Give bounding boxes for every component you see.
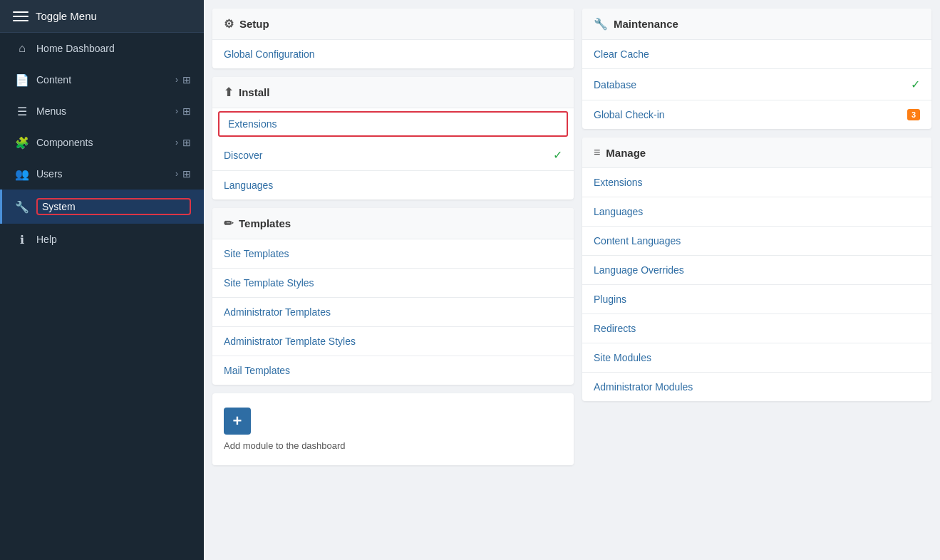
- extensions-manage-label: Extensions: [594, 177, 642, 188]
- templates-title: Templates: [239, 217, 291, 229]
- menus-arrow-icon: ›: [175, 106, 178, 116]
- languages-manage-link[interactable]: Languages: [582, 197, 931, 227]
- site-modules-link[interactable]: Site Modules: [582, 343, 931, 373]
- toggle-menu-button[interactable]: Toggle Menu: [0, 0, 204, 33]
- users-arrow-icon: ›: [175, 169, 178, 179]
- sidebar-item-content[interactable]: 📄 Content › ⊞: [0, 64, 204, 95]
- templates-section: ✏ Templates Site Templates Site Template…: [212, 208, 574, 385]
- site-modules-label: Site Modules: [594, 352, 651, 363]
- extensions-install-link[interactable]: Extensions: [218, 111, 568, 137]
- languages-install-link[interactable]: Languages: [212, 171, 574, 199]
- database-check-icon: ✓: [911, 78, 920, 91]
- languages-install-label: Languages: [224, 180, 273, 191]
- menus-icon: ☰: [15, 104, 29, 118]
- sidebar-item-components-label: Components: [36, 137, 175, 148]
- maintenance-icon: 🔧: [594, 17, 608, 31]
- sidebar-item-help[interactable]: ℹ Help: [0, 224, 204, 255]
- language-overrides-link[interactable]: Language Overrides: [582, 256, 931, 285]
- site-template-styles-link[interactable]: Site Template Styles: [212, 269, 574, 298]
- discover-link[interactable]: Discover ✓: [212, 140, 574, 171]
- administrator-template-styles-link[interactable]: Administrator Template Styles: [212, 327, 574, 356]
- administrator-modules-link[interactable]: Administrator Modules: [582, 373, 931, 401]
- add-module-card: + Add module to the dashboard: [212, 393, 574, 465]
- administrator-templates-label: Administrator Templates: [224, 306, 331, 318]
- site-templates-link[interactable]: Site Templates: [212, 239, 574, 269]
- clear-cache-label: Clear Cache: [594, 48, 649, 60]
- help-icon: ℹ: [15, 232, 29, 247]
- global-checkin-badge: 3: [907, 109, 920, 120]
- setup-header: ⚙ Setup: [212, 9, 574, 40]
- extensions-manage-link[interactable]: Extensions: [582, 168, 931, 197]
- sidebar-item-users-label: Users: [36, 168, 175, 180]
- templates-icon: ✏: [224, 217, 233, 230]
- plugins-label: Plugins: [594, 294, 626, 305]
- administrator-modules-label: Administrator Modules: [594, 381, 693, 393]
- manage-icon: ≡: [594, 146, 600, 159]
- manage-section: ≡ Manage Extensions Languages Content La…: [582, 138, 931, 401]
- templates-header: ✏ Templates: [212, 208, 574, 239]
- setup-title: Setup: [239, 18, 269, 30]
- sidebar-item-system-label: System: [36, 198, 191, 215]
- install-title: Install: [239, 86, 269, 98]
- global-configuration-link[interactable]: Global Configuration: [212, 40, 574, 68]
- sidebar-item-content-label: Content: [36, 74, 175, 85]
- content-grid-icon: ⊞: [182, 74, 191, 85]
- users-grid-icon: ⊞: [182, 168, 191, 180]
- sidebar-item-help-label: Help: [36, 234, 191, 245]
- install-section: ⬆ Install Extensions Discover ✓ Language…: [212, 77, 574, 199]
- global-checkin-label: Global Check-in: [594, 109, 665, 120]
- sidebar-item-components[interactable]: 🧩 Components › ⊞: [0, 127, 204, 158]
- language-overrides-label: Language Overrides: [594, 264, 684, 276]
- system-icon: 🔧: [15, 199, 29, 214]
- clear-cache-link[interactable]: Clear Cache: [582, 40, 931, 69]
- database-label: Database: [594, 79, 636, 90]
- administrator-template-styles-label: Administrator Template Styles: [224, 336, 356, 347]
- content-languages-link[interactable]: Content Languages: [582, 227, 931, 256]
- add-module-label: Add module to the dashboard: [224, 440, 346, 451]
- sidebar-item-users[interactable]: 👥 Users › ⊞: [0, 158, 204, 190]
- content-icon: 📄: [15, 73, 29, 87]
- manage-title: Manage: [606, 147, 646, 159]
- site-templates-label: Site Templates: [224, 248, 289, 259]
- setup-icon: ⚙: [224, 17, 234, 31]
- manage-header: ≡ Manage: [582, 138, 931, 168]
- components-icon: 🧩: [15, 135, 29, 150]
- redirects-label: Redirects: [594, 323, 636, 334]
- sidebar-item-menus[interactable]: ☰ Menus › ⊞: [0, 95, 204, 127]
- content-arrow-icon: ›: [175, 75, 178, 85]
- home-icon: ⌂: [15, 41, 29, 56]
- sidebar-item-menus-label: Menus: [36, 105, 175, 117]
- maintenance-title: Maintenance: [614, 18, 678, 30]
- menus-grid-icon: ⊞: [182, 105, 191, 117]
- add-module-button[interactable]: +: [224, 408, 251, 435]
- main-content: ⚙ Setup Global Configuration ⬆ Install E…: [204, 0, 940, 560]
- toggle-menu-icon: [13, 11, 29, 21]
- sidebar-item-home[interactable]: ⌂ Home Dashboard: [0, 33, 204, 64]
- sidebar-nav: ⌂ Home Dashboard 📄 Content › ⊞ ☰ Menus ›…: [0, 33, 204, 560]
- toggle-menu-label: Toggle Menu: [36, 10, 97, 22]
- languages-manage-label: Languages: [594, 206, 643, 217]
- mail-templates-label: Mail Templates: [224, 365, 290, 376]
- global-configuration-label: Global Configuration: [224, 48, 315, 60]
- administrator-templates-link[interactable]: Administrator Templates: [212, 298, 574, 327]
- global-checkin-link[interactable]: Global Check-in 3: [582, 100, 931, 129]
- maintenance-header: 🔧 Maintenance: [582, 9, 931, 40]
- sidebar-item-system[interactable]: 🔧 System: [0, 190, 204, 224]
- sidebar: Toggle Menu ⌂ Home Dashboard 📄 Content ›…: [0, 0, 204, 560]
- site-template-styles-label: Site Template Styles: [224, 277, 314, 289]
- setup-section: ⚙ Setup Global Configuration: [212, 9, 574, 68]
- users-icon: 👥: [15, 167, 29, 181]
- plugins-link[interactable]: Plugins: [582, 285, 931, 314]
- database-link[interactable]: Database ✓: [582, 69, 931, 100]
- maintenance-section: 🔧 Maintenance Clear Cache Database ✓ Glo…: [582, 9, 931, 129]
- install-icon: ⬆: [224, 85, 233, 99]
- sidebar-item-home-label: Home Dashboard: [36, 43, 191, 54]
- mail-templates-link[interactable]: Mail Templates: [212, 356, 574, 385]
- right-panel: 🔧 Maintenance Clear Cache Database ✓ Glo…: [582, 9, 931, 551]
- redirects-link[interactable]: Redirects: [582, 314, 931, 343]
- content-languages-label: Content Languages: [594, 235, 681, 247]
- discover-check-icon: ✓: [553, 148, 562, 162]
- discover-label: Discover: [224, 150, 262, 161]
- install-header: ⬆ Install: [212, 77, 574, 108]
- components-grid-icon: ⊞: [182, 137, 191, 148]
